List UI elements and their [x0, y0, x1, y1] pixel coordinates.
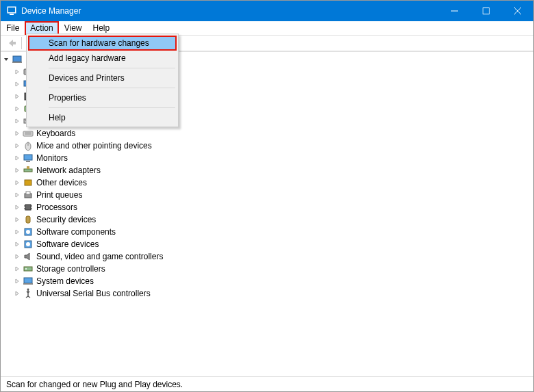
usb-icon: [23, 288, 34, 299]
chevron-right-icon[interactable]: [13, 117, 21, 125]
tree-item-label: Software devices: [36, 239, 99, 249]
chevron-right-icon[interactable]: [13, 228, 21, 236]
chevron-right-icon[interactable]: [13, 252, 21, 261]
svg-rect-30: [25, 205, 31, 210]
tree-item-label: Security devices: [36, 215, 96, 224]
tree-item-processors[interactable]: Processors: [1, 201, 533, 213]
network-icon: [23, 165, 34, 176]
chevron-right-icon[interactable]: [13, 105, 21, 113]
chevron-right-icon[interactable]: [13, 265, 21, 273]
dropdown-separator: [49, 88, 175, 88]
svg-rect-43: [23, 283, 33, 285]
action-dropdown: Scan for hardware changesAdd legacy hard…: [26, 34, 179, 127]
computer-icon: [12, 54, 23, 65]
security-icon: [23, 214, 34, 225]
chevron-right-icon[interactable]: [13, 277, 21, 285]
window-controls: [439, 1, 533, 21]
storage-icon: [23, 263, 34, 274]
menu-view[interactable]: View: [59, 21, 88, 35]
dropdown-separator: [49, 107, 175, 108]
svg-rect-4: [483, 8, 490, 14]
svg-rect-23: [24, 155, 32, 160]
svg-point-39: [26, 242, 30, 246]
tree-item-label: Network adapters: [36, 166, 101, 175]
tree-item-monitors[interactable]: Monitors: [1, 152, 533, 164]
chevron-right-icon[interactable]: [13, 80, 21, 88]
tree-item-storage-controllers[interactable]: Storage controllers: [1, 263, 533, 275]
svg-point-41: [25, 268, 27, 270]
system-icon: [23, 276, 34, 287]
svg-rect-27: [25, 180, 31, 185]
minimize-button[interactable]: [439, 1, 470, 21]
svg-rect-1: [8, 8, 15, 12]
tree-item-keyboards[interactable]: Keyboards: [1, 127, 533, 140]
chevron-right-icon[interactable]: [13, 142, 21, 150]
tree-item-label: Universal Serial Bus controllers: [36, 289, 151, 298]
menu-file[interactable]: File: [1, 21, 25, 35]
svg-point-37: [26, 230, 30, 234]
chevron-right-icon[interactable]: [13, 203, 21, 211]
chevron-right-icon[interactable]: [13, 215, 21, 224]
keyboard-icon: [23, 128, 34, 139]
tree-item-label: Storage controllers: [36, 264, 105, 274]
svg-rect-35: [26, 216, 30, 223]
svg-rect-42: [24, 278, 32, 283]
tree-item-label: System devices: [36, 276, 94, 286]
printer-icon: [23, 190, 34, 200]
chevron-right-icon[interactable]: [13, 166, 21, 174]
tree-item-other-devices[interactable]: Other devices: [1, 177, 533, 189]
tree-item-network-adapters[interactable]: Network adapters: [1, 164, 533, 177]
svg-rect-7: [13, 56, 21, 62]
tree-item-system-devices[interactable]: System devices: [1, 275, 533, 287]
tree-item-label: Mice and other pointing devices: [36, 141, 152, 151]
chevron-down-icon[interactable]: [2, 55, 10, 64]
close-button[interactable]: [502, 1, 533, 21]
sound-icon: [23, 251, 34, 262]
svg-rect-26: [27, 166, 29, 169]
chevron-right-icon[interactable]: [13, 154, 21, 162]
tree-item-label: Processors: [36, 202, 77, 212]
svg-rect-40: [24, 267, 32, 271]
back-button[interactable]: [3, 36, 18, 50]
dropdown-item-properties[interactable]: Properties: [28, 90, 177, 105]
tree-item-security-devices[interactable]: Security devices: [1, 213, 533, 226]
tree-item-label: Keyboards: [36, 129, 75, 138]
other-icon: [23, 177, 34, 188]
tree-item-software-devices[interactable]: Software devices: [1, 238, 533, 250]
chevron-right-icon[interactable]: [13, 68, 21, 76]
chevron-right-icon[interactable]: [13, 289, 21, 298]
chevron-right-icon[interactable]: [13, 191, 21, 199]
chevron-right-icon[interactable]: [13, 179, 21, 187]
svg-point-44: [27, 289, 29, 291]
window-title: Device Manager: [21, 6, 439, 16]
monitor-icon: [23, 153, 34, 164]
svg-rect-8: [12, 62, 22, 63]
maximize-button[interactable]: [470, 1, 502, 21]
menu-action[interactable]: Action: [25, 21, 58, 35]
dropdown-item-devices-and-printers[interactable]: Devices and Printers: [28, 70, 177, 86]
dropdown-separator: [49, 68, 175, 68]
tree-item-label: Software components: [36, 227, 116, 237]
tree-item-software-components[interactable]: Software components: [1, 226, 533, 238]
chevron-right-icon[interactable]: [13, 240, 21, 248]
chevron-right-icon[interactable]: [13, 129, 21, 138]
menubar: FileActionViewHelp: [1, 21, 533, 35]
tree-item-print-queues[interactable]: Print queues: [1, 189, 533, 201]
menu-help[interactable]: Help: [88, 21, 116, 35]
dropdown-item-scan-for-hardware-changes[interactable]: Scan for hardware changes: [28, 36, 177, 51]
tree-item-universal-serial-bus-controllers[interactable]: Universal Serial Bus controllers: [1, 287, 533, 300]
dropdown-item-help[interactable]: Help: [28, 110, 177, 125]
svg-rect-2: [10, 14, 14, 15]
svg-rect-25: [24, 169, 32, 172]
tree-item-label: Print queues: [36, 190, 82, 200]
app-icon: [6, 5, 17, 16]
dropdown-item-add-legacy-hardware[interactable]: Add legacy hardware: [28, 51, 177, 66]
tree-item-sound-video-and-game-controllers[interactable]: Sound, video and game controllers: [1, 250, 533, 263]
chevron-right-icon[interactable]: [13, 92, 21, 101]
software-icon: [23, 226, 34, 237]
tree-item-mice-and-other-pointing-devices[interactable]: Mice and other pointing devices: [1, 140, 533, 152]
statusbar: Scan for changed or new Plug and Play de…: [1, 376, 533, 391]
svg-rect-24: [26, 161, 30, 162]
cpu-icon: [23, 202, 34, 213]
tree-item-label: Monitors: [36, 153, 68, 163]
